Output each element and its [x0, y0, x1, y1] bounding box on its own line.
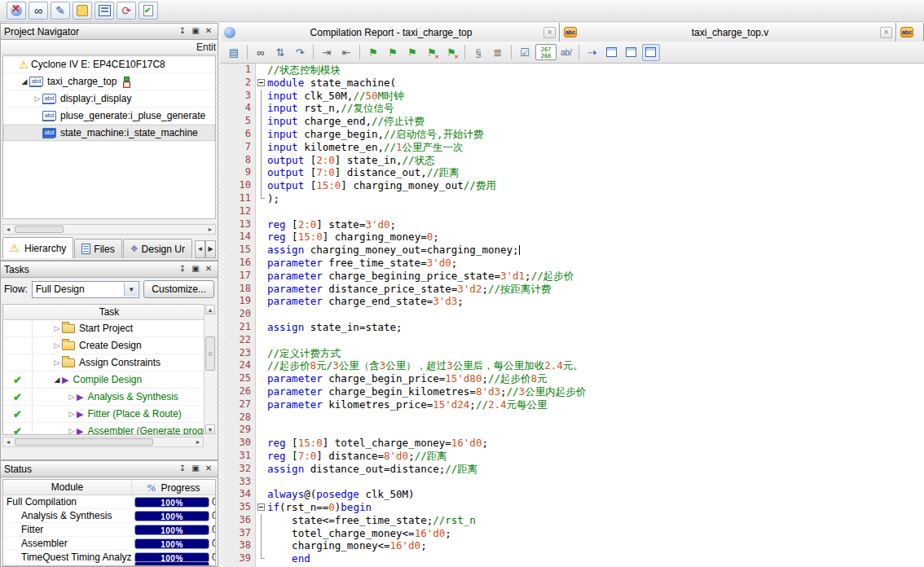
document-tab-partial[interactable]: abc: [896, 23, 924, 42]
float-icon[interactable]: ▣: [190, 464, 201, 474]
task-row[interactable]: ✔▷▶Fitter (Place & Route): [3, 406, 215, 423]
task-row[interactable]: ▷Create Design: [3, 337, 215, 354]
compile-sphere-icon[interactable]: [7, 2, 26, 20]
word-wrap-icon[interactable]: ab/: [558, 44, 574, 61]
replace-icon[interactable]: ⇅: [271, 44, 289, 61]
fold-collapse-icon[interactable]: [257, 503, 265, 511]
refresh-icon[interactable]: ⟳: [117, 2, 136, 20]
file-options-icon[interactable]: ▤: [225, 44, 243, 61]
code-line[interactable]: parameter kilometres_price=15'd24;//2.4元…: [267, 398, 924, 411]
code-line[interactable]: assign charging_money_out=charging_money…: [267, 244, 924, 257]
document-tab[interactable]: Compilation Report - taxi_charge_top✕: [220, 23, 560, 42]
tasks-vscrollbar[interactable]: ▲ ▼: [204, 304, 216, 435]
insert-template-icon[interactable]: §: [469, 44, 487, 61]
code-line[interactable]: reg [2:0] state=3'd0;: [267, 218, 924, 231]
code-line[interactable]: [267, 205, 924, 218]
expand-closed-icon[interactable]: ▷: [67, 427, 77, 435]
report-window-icon[interactable]: [95, 2, 114, 20]
code-line[interactable]: parameter free_time_state=3'd0;: [267, 257, 924, 270]
code-line[interactable]: assign state_in=state;: [267, 321, 924, 334]
code-line[interactable]: );: [267, 192, 924, 205]
scroll-thumb[interactable]: [15, 226, 64, 233]
assignment-editor-icon[interactable]: [139, 2, 158, 20]
split-pane-3-icon[interactable]: [642, 44, 660, 61]
tree-item[interactable]: abdpluse_generate:i_pluse_generate: [3, 108, 215, 125]
code-line[interactable]: parameter charge_begining_price_state=3'…: [267, 270, 924, 283]
tab-scroll-left-icon[interactable]: ◄: [195, 240, 205, 258]
code-line[interactable]: //起步价8元/3公里（含3公里），超过3公里后，每公里加收2.4元。: [267, 359, 924, 372]
pin-icon[interactable]: ↧: [177, 26, 188, 37]
close-icon[interactable]: ✕: [203, 464, 214, 474]
code-line[interactable]: assign distance_out=distance;//距离: [267, 463, 924, 476]
code-text[interactable]: //状态控制模块module state_machine(input clk_5…: [267, 64, 924, 567]
code-line[interactable]: state<=free_time_state;//rst_n: [267, 514, 924, 527]
tab-design-ur[interactable]: ❖Design Ur: [123, 239, 192, 258]
task-row[interactable]: ✔▷▶Assembler (Generate progran: [3, 423, 215, 435]
macro-icon[interactable]: ≣: [489, 44, 507, 61]
scroll-left-icon[interactable]: ◄: [3, 226, 13, 232]
code-line[interactable]: [267, 334, 924, 347]
split-pane-1-icon[interactable]: [603, 44, 621, 61]
code-line[interactable]: [267, 308, 924, 321]
code-line[interactable]: parameter charge_end_state=3'd3;: [267, 295, 924, 308]
fold-box[interactable]: [256, 77, 267, 90]
code-line[interactable]: input kilometre_en,//1公里产生一次: [267, 141, 924, 154]
module-column-header[interactable]: Module: [3, 480, 132, 494]
project-navigator-hscrollbar[interactable]: ◄ ►: [2, 224, 216, 235]
code-line[interactable]: output [2:0] state_in,//状态: [267, 154, 924, 167]
clear-bookmark-icon[interactable]: ⚑✕: [423, 44, 441, 61]
scroll-left-icon[interactable]: ◄: [3, 439, 13, 445]
code-line[interactable]: input charge_end,//停止计费: [267, 115, 924, 128]
tasks-window-icon[interactable]: [73, 2, 92, 20]
pin-icon[interactable]: ↧: [177, 264, 188, 275]
fold-collapse-icon[interactable]: [257, 79, 265, 86]
expand-open-icon[interactable]: ◢: [52, 376, 62, 384]
code-line[interactable]: reg [15:0] totel_charge_money=16'd0;: [267, 437, 924, 450]
progress-column-header[interactable]: %Progress: [132, 480, 215, 494]
code-line[interactable]: charging_money<=16'd0;: [267, 539, 924, 552]
scroll-right-icon[interactable]: ►: [205, 226, 215, 232]
tasks-hscrollbar[interactable]: ◄ ►: [2, 437, 204, 447]
code-area[interactable]: 1234567891011121314151617181920212223242…: [220, 64, 924, 567]
code-line[interactable]: [267, 476, 924, 489]
code-line[interactable]: parameter distance_price_state=3'd2;//按距…: [267, 283, 924, 296]
split-pane-2-icon[interactable]: [623, 44, 640, 61]
tab-close-icon[interactable]: ✕: [543, 27, 556, 38]
scroll-thumb[interactable]: [205, 336, 215, 371]
code-line[interactable]: input rst_n,//复位信号: [267, 102, 924, 115]
pin-icon[interactable]: ↧: [177, 464, 188, 474]
expand-closed-icon[interactable]: ▷: [52, 358, 62, 367]
tab-scroll-right-icon[interactable]: ▶: [205, 240, 216, 258]
scroll-down-icon[interactable]: ▼: [205, 424, 215, 434]
clear-all-bookmarks-icon[interactable]: ⚑✕: [442, 44, 460, 61]
task-row[interactable]: ▷Assign Constraints: [3, 354, 215, 371]
expand-closed-icon[interactable]: ▷: [67, 393, 77, 401]
task-row[interactable]: ▷Start Project: [3, 320, 215, 337]
scroll-right-icon[interactable]: ►: [193, 439, 203, 445]
chevron-down-icon[interactable]: ▼: [124, 283, 138, 297]
tree-item[interactable]: ◢abdtaxi_charge_top: [3, 73, 215, 90]
code-line[interactable]: [267, 424, 924, 437]
document-tab[interactable]: abctaxi_charge_top.v✕: [560, 23, 896, 42]
code-line[interactable]: //状态控制模块: [267, 64, 924, 77]
code-line[interactable]: parameter charge_begin_kilometres=8'd3;/…: [267, 385, 924, 398]
tree-item[interactable]: ⚠Cyclone IV E: EP4CE10F17C8: [3, 56, 215, 73]
find-icon[interactable]: ∞: [252, 44, 270, 61]
code-line[interactable]: //定义计费方式: [267, 347, 924, 360]
expand-closed-icon[interactable]: ▷: [33, 94, 42, 103]
code-line[interactable]: always@(posedge clk_50M): [267, 488, 924, 501]
next-bookmark-icon[interactable]: ⚑: [384, 44, 402, 61]
code-line[interactable]: end: [267, 552, 924, 565]
expand-closed-icon[interactable]: ▷: [52, 341, 62, 349]
code-line[interactable]: module state_machine(: [267, 77, 924, 90]
code-line[interactable]: totel_charge_money<=16'd0;: [267, 527, 924, 540]
check-syntax-icon[interactable]: ☑: [516, 44, 534, 61]
code-line[interactable]: if(rst_n==0)begin: [267, 501, 924, 514]
close-icon[interactable]: ✕: [203, 264, 214, 275]
fold-box[interactable]: [256, 501, 267, 514]
code-line[interactable]: input charge_begin,//启动信号,开始计费: [267, 128, 924, 141]
tree-item[interactable]: abdstate_machine:i_state_machine: [3, 125, 215, 142]
expand-closed-icon[interactable]: ▷: [52, 324, 62, 332]
entity-column-header[interactable]: Entit: [1, 40, 218, 55]
task-column-header[interactable]: Task: [3, 305, 215, 320]
